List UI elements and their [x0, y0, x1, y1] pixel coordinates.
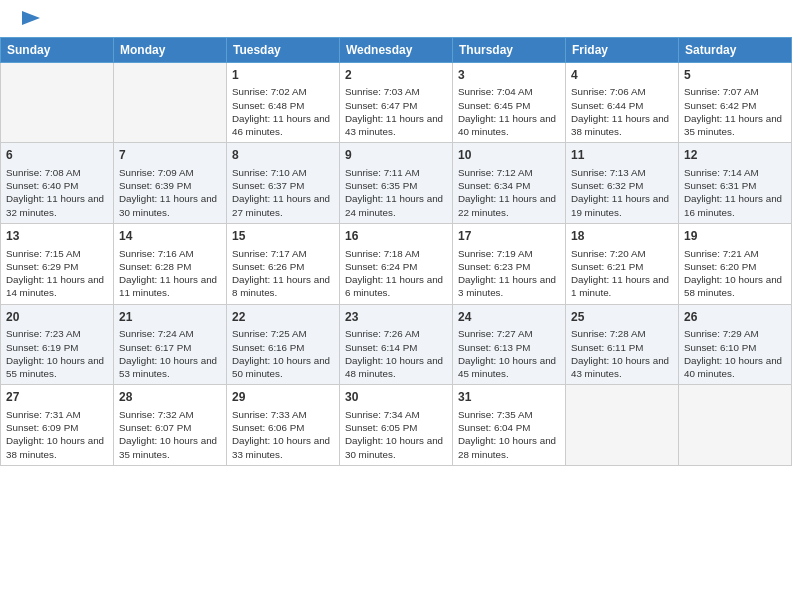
- calendar-week-row: 1Sunrise: 7:02 AM Sunset: 6:48 PM Daylig…: [1, 62, 792, 143]
- day-number: 19: [684, 228, 786, 245]
- calendar-cell: 22Sunrise: 7:25 AM Sunset: 6:16 PM Dayli…: [227, 304, 340, 385]
- calendar-cell: [1, 62, 114, 143]
- day-info: Sunrise: 7:04 AM Sunset: 6:45 PM Dayligh…: [458, 85, 560, 138]
- day-info: Sunrise: 7:29 AM Sunset: 6:10 PM Dayligh…: [684, 327, 786, 380]
- day-info: Sunrise: 7:27 AM Sunset: 6:13 PM Dayligh…: [458, 327, 560, 380]
- day-number: 5: [684, 67, 786, 84]
- day-number: 7: [119, 147, 221, 164]
- calendar-cell: 29Sunrise: 7:33 AM Sunset: 6:06 PM Dayli…: [227, 385, 340, 466]
- day-number: 4: [571, 67, 673, 84]
- day-of-week-header: Tuesday: [227, 37, 340, 62]
- calendar-cell: 11Sunrise: 7:13 AM Sunset: 6:32 PM Dayli…: [566, 143, 679, 224]
- day-info: Sunrise: 7:25 AM Sunset: 6:16 PM Dayligh…: [232, 327, 334, 380]
- day-number: 1: [232, 67, 334, 84]
- calendar-cell: [114, 62, 227, 143]
- day-info: Sunrise: 7:07 AM Sunset: 6:42 PM Dayligh…: [684, 85, 786, 138]
- calendar-cell: 9Sunrise: 7:11 AM Sunset: 6:35 PM Daylig…: [340, 143, 453, 224]
- day-number: 16: [345, 228, 447, 245]
- calendar-cell: 6Sunrise: 7:08 AM Sunset: 6:40 PM Daylig…: [1, 143, 114, 224]
- day-info: Sunrise: 7:28 AM Sunset: 6:11 PM Dayligh…: [571, 327, 673, 380]
- day-info: Sunrise: 7:26 AM Sunset: 6:14 PM Dayligh…: [345, 327, 447, 380]
- page-header: [0, 0, 792, 37]
- calendar-cell: 28Sunrise: 7:32 AM Sunset: 6:07 PM Dayli…: [114, 385, 227, 466]
- day-number: 2: [345, 67, 447, 84]
- calendar-cell: 7Sunrise: 7:09 AM Sunset: 6:39 PM Daylig…: [114, 143, 227, 224]
- day-info: Sunrise: 7:11 AM Sunset: 6:35 PM Dayligh…: [345, 166, 447, 219]
- calendar-cell: 16Sunrise: 7:18 AM Sunset: 6:24 PM Dayli…: [340, 223, 453, 304]
- calendar-cell: 8Sunrise: 7:10 AM Sunset: 6:37 PM Daylig…: [227, 143, 340, 224]
- day-info: Sunrise: 7:02 AM Sunset: 6:48 PM Dayligh…: [232, 85, 334, 138]
- day-number: 11: [571, 147, 673, 164]
- calendar-cell: 30Sunrise: 7:34 AM Sunset: 6:05 PM Dayli…: [340, 385, 453, 466]
- day-number: 10: [458, 147, 560, 164]
- day-number: 13: [6, 228, 108, 245]
- calendar-header-row: SundayMondayTuesdayWednesdayThursdayFrid…: [1, 37, 792, 62]
- day-info: Sunrise: 7:06 AM Sunset: 6:44 PM Dayligh…: [571, 85, 673, 138]
- day-of-week-header: Friday: [566, 37, 679, 62]
- calendar-week-row: 6Sunrise: 7:08 AM Sunset: 6:40 PM Daylig…: [1, 143, 792, 224]
- day-number: 8: [232, 147, 334, 164]
- calendar-cell: 13Sunrise: 7:15 AM Sunset: 6:29 PM Dayli…: [1, 223, 114, 304]
- calendar-cell: 23Sunrise: 7:26 AM Sunset: 6:14 PM Dayli…: [340, 304, 453, 385]
- calendar-week-row: 20Sunrise: 7:23 AM Sunset: 6:19 PM Dayli…: [1, 304, 792, 385]
- calendar-cell: 2Sunrise: 7:03 AM Sunset: 6:47 PM Daylig…: [340, 62, 453, 143]
- day-of-week-header: Wednesday: [340, 37, 453, 62]
- day-number: 15: [232, 228, 334, 245]
- calendar-cell: 19Sunrise: 7:21 AM Sunset: 6:20 PM Dayli…: [679, 223, 792, 304]
- day-info: Sunrise: 7:08 AM Sunset: 6:40 PM Dayligh…: [6, 166, 108, 219]
- day-number: 26: [684, 309, 786, 326]
- day-info: Sunrise: 7:09 AM Sunset: 6:39 PM Dayligh…: [119, 166, 221, 219]
- day-number: 30: [345, 389, 447, 406]
- day-info: Sunrise: 7:35 AM Sunset: 6:04 PM Dayligh…: [458, 408, 560, 461]
- calendar-cell: 14Sunrise: 7:16 AM Sunset: 6:28 PM Dayli…: [114, 223, 227, 304]
- day-number: 21: [119, 309, 221, 326]
- day-of-week-header: Thursday: [453, 37, 566, 62]
- day-of-week-header: Sunday: [1, 37, 114, 62]
- calendar-cell: [679, 385, 792, 466]
- day-number: 18: [571, 228, 673, 245]
- calendar-cell: 20Sunrise: 7:23 AM Sunset: 6:19 PM Dayli…: [1, 304, 114, 385]
- day-number: 17: [458, 228, 560, 245]
- day-number: 12: [684, 147, 786, 164]
- day-info: Sunrise: 7:31 AM Sunset: 6:09 PM Dayligh…: [6, 408, 108, 461]
- day-number: 14: [119, 228, 221, 245]
- day-info: Sunrise: 7:03 AM Sunset: 6:47 PM Dayligh…: [345, 85, 447, 138]
- day-info: Sunrise: 7:34 AM Sunset: 6:05 PM Dayligh…: [345, 408, 447, 461]
- calendar-cell: [566, 385, 679, 466]
- calendar-cell: 15Sunrise: 7:17 AM Sunset: 6:26 PM Dayli…: [227, 223, 340, 304]
- calendar-week-row: 27Sunrise: 7:31 AM Sunset: 6:09 PM Dayli…: [1, 385, 792, 466]
- calendar-cell: 27Sunrise: 7:31 AM Sunset: 6:09 PM Dayli…: [1, 385, 114, 466]
- calendar-cell: 25Sunrise: 7:28 AM Sunset: 6:11 PM Dayli…: [566, 304, 679, 385]
- calendar-cell: 4Sunrise: 7:06 AM Sunset: 6:44 PM Daylig…: [566, 62, 679, 143]
- day-number: 31: [458, 389, 560, 406]
- day-info: Sunrise: 7:21 AM Sunset: 6:20 PM Dayligh…: [684, 247, 786, 300]
- day-number: 20: [6, 309, 108, 326]
- day-number: 22: [232, 309, 334, 326]
- calendar-cell: 12Sunrise: 7:14 AM Sunset: 6:31 PM Dayli…: [679, 143, 792, 224]
- calendar-cell: 26Sunrise: 7:29 AM Sunset: 6:10 PM Dayli…: [679, 304, 792, 385]
- logo-arrow-icon: [20, 7, 42, 29]
- day-number: 28: [119, 389, 221, 406]
- day-number: 6: [6, 147, 108, 164]
- day-number: 29: [232, 389, 334, 406]
- calendar-cell: 18Sunrise: 7:20 AM Sunset: 6:21 PM Dayli…: [566, 223, 679, 304]
- day-number: 27: [6, 389, 108, 406]
- day-info: Sunrise: 7:18 AM Sunset: 6:24 PM Dayligh…: [345, 247, 447, 300]
- day-info: Sunrise: 7:19 AM Sunset: 6:23 PM Dayligh…: [458, 247, 560, 300]
- day-number: 24: [458, 309, 560, 326]
- day-info: Sunrise: 7:33 AM Sunset: 6:06 PM Dayligh…: [232, 408, 334, 461]
- logo: [18, 14, 42, 31]
- day-info: Sunrise: 7:10 AM Sunset: 6:37 PM Dayligh…: [232, 166, 334, 219]
- day-info: Sunrise: 7:32 AM Sunset: 6:07 PM Dayligh…: [119, 408, 221, 461]
- svg-marker-0: [22, 11, 40, 25]
- calendar-cell: 3Sunrise: 7:04 AM Sunset: 6:45 PM Daylig…: [453, 62, 566, 143]
- calendar-week-row: 13Sunrise: 7:15 AM Sunset: 6:29 PM Dayli…: [1, 223, 792, 304]
- calendar-cell: 1Sunrise: 7:02 AM Sunset: 6:48 PM Daylig…: [227, 62, 340, 143]
- day-info: Sunrise: 7:16 AM Sunset: 6:28 PM Dayligh…: [119, 247, 221, 300]
- day-info: Sunrise: 7:17 AM Sunset: 6:26 PM Dayligh…: [232, 247, 334, 300]
- day-number: 25: [571, 309, 673, 326]
- calendar-cell: 21Sunrise: 7:24 AM Sunset: 6:17 PM Dayli…: [114, 304, 227, 385]
- day-of-week-header: Monday: [114, 37, 227, 62]
- day-number: 23: [345, 309, 447, 326]
- calendar-cell: 24Sunrise: 7:27 AM Sunset: 6:13 PM Dayli…: [453, 304, 566, 385]
